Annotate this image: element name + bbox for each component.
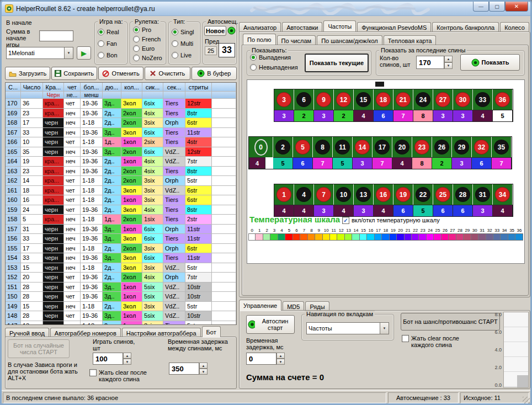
load-button[interactable]: Загрузить [5,67,50,80]
table-row[interactable]: 16016кра...чет1-182д..1кол3sixTiers6str [6,195,236,205]
heatmap-cell-14[interactable]: 143 [353,137,373,169]
col-spin[interactable]: С... [6,83,21,92]
heatmap-cell-10[interactable]: 104 [334,184,354,216]
heatmap-cell-17[interactable]: 177 [373,137,392,169]
heatmap-cell-34[interactable]: 344 [493,184,513,216]
table-row[interactable]: 15315черннеч1-182д..3кол3sixVdZ..5str [6,263,236,273]
new-offset-button[interactable]: Новое [204,26,226,36]
heatmap-cell-16[interactable]: 164 [374,184,393,216]
col-six[interactable]: сик... [142,83,163,92]
heatmap-cell-21[interactable]: 217 [393,89,413,121]
heatmap-cell-11[interactable]: 115 [333,137,353,169]
start-sum-input[interactable] [39,30,73,41]
table-row[interactable]: 16118кра...чет1-182д..3кол3sixVdZ..6str [6,186,236,196]
radio-nozero[interactable]: NoZero [133,55,162,61]
tab-wheel[interactable]: Колесо [500,22,529,31]
heatmap-cell-18[interactable]: 186 [374,89,393,121]
heatmap-cell-26[interactable]: 262 [432,137,452,169]
autospin-start-button[interactable]: Автоспин старт [246,315,295,334]
table-row[interactable]: 16323кра...неч19-362д..2кол4sixTiers8str [6,167,236,177]
tab-frequencies[interactable]: Частоты [323,20,356,31]
radio-euro[interactable]: Euro [133,45,155,52]
radio-singl[interactable]: Singl [172,29,194,35]
radio-hits[interactable]: Выпадения [250,54,291,61]
heatmap-cell-31[interactable]: 313 [473,184,493,216]
subtab-heat-map[interactable]: Тепловая карта [384,35,437,45]
spinner-up-icon[interactable]: ▲ [123,353,131,359]
heatmap-cell-24[interactable]: 248 [413,89,433,121]
temp-scale-checkbox[interactable]: ✓ вкл/откл температурную шкалу [342,217,464,224]
col-dozen[interactable]: дю... [103,83,121,92]
tab-pseudoms[interactable]: Функционал PsevdoMS [357,22,431,31]
tab-control[interactable]: Управление [239,300,281,311]
spinner-up-icon[interactable]: ▲ [444,56,453,62]
clear-button[interactable]: Очистить [145,67,190,80]
bot-delay-input[interactable]: 350 [169,363,199,375]
heatmap-cell-8[interactable]: 87 [313,137,333,169]
heatmap-cell-13[interactable]: 133 [354,184,374,216]
analyzer-spins-stepper[interactable]: 170 ▲ ▼ [416,56,453,69]
heatmap-cell-32[interactable]: 326 [472,137,492,169]
col-range[interactable]: бол... [81,83,103,92]
spinner-down-icon[interactable]: ▼ [276,359,285,365]
heatmap-cell-20[interactable]: 204 [392,137,412,169]
radio-pro[interactable]: Pro [133,26,151,33]
chance-bot-button[interactable]: Бот на шанс/противошанс СТАРТ [401,313,500,331]
heatmap-cell-23[interactable]: 238 [412,137,432,169]
col-column[interactable]: кол... [121,83,142,92]
radio-multi[interactable]: Multi [172,40,193,47]
tab-analyzer[interactable]: Анализатор [239,22,281,31]
heatmap-cell-1[interactable]: 14 [274,184,294,216]
heatmap-cell-27[interactable]: 273 [433,89,453,121]
spinner-up-icon[interactable]: ▲ [199,363,208,369]
subtab-by-chances[interactable]: По шансам/дюж/кол [317,35,382,45]
drag-handle[interactable] [375,82,384,87]
radio-fan[interactable]: Fan [98,40,117,47]
undo-button[interactable]: Отменить [98,67,143,80]
buffer-button[interactable]: В буфер [191,67,237,80]
heatmap-cell-6[interactable]: 62 [294,89,314,121]
table-row[interactable]: 16610чернчет1-181д..1кол2sixTiers4str [6,137,236,147]
heatmap-cell-12[interactable]: 122 [334,89,354,121]
heatmap-cell-9[interactable]: 93 [314,89,334,121]
table-row[interactable]: 14828чернчет19-363д..1кол5sixVdZ..10str [6,311,236,321]
tab-rows[interactable]: Ряды [305,301,329,311]
save-button[interactable]: Сохранить [51,67,97,80]
table-row[interactable]: 15517черннеч1-182д..2кол3sixOrph6str [6,244,236,254]
tab-manual-input[interactable]: Ручной ввод [5,328,49,337]
heatmap-cell-4[interactable]: 44 [294,184,314,216]
spinner-down-icon[interactable]: ▼ [123,359,131,365]
heatmap-cell-22[interactable]: 225 [413,184,433,216]
col-number[interactable]: Число [21,83,43,92]
minimize-button[interactable]: — [473,2,489,12]
table-row[interactable]: 16817черннеч1-182д..2кол3sixOrph6str [6,118,236,128]
tab-grabber-settings[interactable]: Настройки автограббера [122,328,201,337]
table-row[interactable]: 17036кра...чет19-363д..3кол6sixTiers12st… [6,99,236,109]
show-last-button[interactable]: Показать [460,54,520,71]
titlebar[interactable]: HelperRoullet 8.62 - create helperroulle… [2,2,530,16]
heatmap-cell-35[interactable]: 357 [492,137,512,169]
table-row[interactable]: 16419кра...неч19-362д..1кол4sixVdZ..7str [6,157,236,167]
analyzer-spins-input[interactable]: 170 [416,56,444,69]
table-row[interactable]: 14915черннеч1-182д..3кол3sixVdZ..5str [6,302,236,312]
col-street[interactable]: стриты [185,83,212,92]
spinner-down-icon[interactable]: ▼ [199,369,208,375]
heatmap-cell-15[interactable]: 154 [354,89,374,121]
col-parity[interactable]: чет [64,83,81,92]
table-row[interactable]: 15028чернчет19-363д..1кол5sixVdZ..10str [6,292,236,302]
bot-delay-stepper[interactable]: 350 ▲ ▼ [169,363,208,375]
radio-live[interactable]: Live [172,52,191,58]
heatmap-cell-19[interactable]: 196 [393,184,413,216]
dropdown-arrow-icon[interactable]: ▼ [380,323,389,334]
heatmap-cell-3[interactable]: 33 [274,89,294,121]
table-row[interactable]: 16535черннеч19-363д..2кол6sixVdZ..12str [6,147,236,157]
resize-grip[interactable] [523,397,530,404]
heatmap-cell-5[interactable]: 56 [293,137,313,169]
heatmap-cell-33[interactable]: 334 [473,89,493,121]
heatmap-cell-25[interactable]: 256 [433,184,453,216]
spins-count-stepper[interactable]: 100 ▲ ▼ [93,353,131,365]
col-sector[interactable]: сек... [163,83,185,92]
tab-bot[interactable]: Бот [202,326,221,337]
radio-french[interactable]: French [133,36,161,42]
tab-navigation-select[interactable]: Частоты ▼ [306,322,389,334]
